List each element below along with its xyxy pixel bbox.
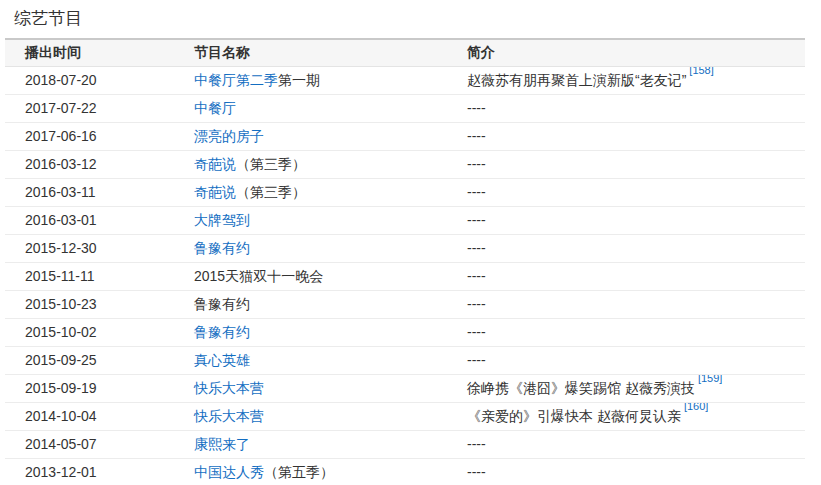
program-link[interactable]: 大牌驾到 — [194, 212, 250, 228]
program-link[interactable]: 漂亮的房子 — [194, 128, 264, 144]
intro-text: ---- — [467, 436, 486, 452]
program-name-cell: 快乐大本营 — [174, 375, 447, 403]
program-name-cell: 中国达人秀（第五季） — [174, 459, 447, 485]
intro-cell: ---- — [447, 123, 805, 151]
air-date: 2015-09-25 — [5, 347, 174, 375]
program-name-cell: 中餐厅第二季第一期 — [174, 67, 447, 95]
table-row: 2015-10-02 鲁豫有约 ---- — [5, 319, 805, 347]
intro-cell: ---- — [447, 151, 805, 179]
program-link[interactable]: 鲁豫有约 — [194, 240, 250, 256]
table-row: 2014-10-04 快乐大本营 《亲爱的》引爆快本 赵薇何炅认亲[160] — [5, 403, 805, 431]
air-date: 2015-11-11 — [5, 263, 174, 291]
program-name-cell: 漂亮的房子 — [174, 123, 447, 151]
table-row: 2015-12-30 鲁豫有约 ---- — [5, 235, 805, 263]
intro-cell: ---- — [447, 347, 805, 375]
air-date: 2015-12-30 — [5, 235, 174, 263]
air-date: 2016-03-11 — [5, 179, 174, 207]
intro-cell: ---- — [447, 459, 805, 485]
program-name-rest: 2015天猫双十一晚会 — [194, 268, 323, 284]
program-link[interactable]: 中餐厅第二季 — [194, 72, 278, 88]
program-name-cell: 康熙来了 — [174, 431, 447, 459]
program-name-cell: 快乐大本营 — [174, 403, 447, 431]
program-name-cell: 大牌驾到 — [174, 207, 447, 235]
program-link[interactable]: 鲁豫有约 — [194, 324, 250, 340]
program-name-cell: 真心英雄 — [174, 347, 447, 375]
intro-cell: ---- — [447, 179, 805, 207]
program-name-cell: 鲁豫有约 — [174, 319, 447, 347]
table-row: 2016-03-01 大牌驾到 ---- — [5, 207, 805, 235]
intro-cell: ---- — [447, 319, 805, 347]
reference-link[interactable]: [159] — [698, 375, 722, 385]
program-link[interactable]: 真心英雄 — [194, 352, 250, 368]
program-name-cell: 中餐厅 — [174, 95, 447, 123]
intro-text: ---- — [467, 240, 486, 256]
program-link[interactable]: 康熙来了 — [194, 436, 250, 452]
intro-text: ---- — [467, 212, 486, 228]
program-name-cell: 鲁豫有约 — [174, 235, 447, 263]
program-link[interactable]: 中餐厅 — [194, 100, 236, 116]
intro-text: ---- — [467, 352, 486, 368]
table-row: 2017-06-16 漂亮的房子 ---- — [5, 123, 805, 151]
intro-text: ---- — [467, 464, 486, 480]
intro-cell: 徐峥携《港囧》爆笑踢馆 赵薇秀演技[159] — [447, 375, 805, 403]
intro-cell: ---- — [447, 95, 805, 123]
table-row: 2016-03-12 奇葩说（第三季） ---- — [5, 151, 805, 179]
table-row: 2015-09-19 快乐大本营 徐峥携《港囧》爆笑踢馆 赵薇秀演技[159] — [5, 375, 805, 403]
air-date: 2017-07-22 — [5, 95, 174, 123]
reference-link[interactable]: [160] — [684, 403, 708, 413]
program-name-cell: 2015天猫双十一晚会 — [174, 263, 447, 291]
header-air-date: 播出时间 — [5, 39, 174, 67]
program-link[interactable]: 快乐大本营 — [194, 408, 264, 424]
intro-text: 《亲爱的》引爆快本 赵薇何炅认亲 — [467, 408, 681, 424]
variety-shows-table: 播出时间 节目名称 简介 2018-07-20 中餐厅第二季第一期 赵薇苏有朋再… — [5, 38, 805, 485]
air-date: 2017-06-16 — [5, 123, 174, 151]
intro-text: ---- — [467, 268, 486, 284]
intro-text: 赵薇苏有朋再聚首上演新版“老友记” — [467, 72, 686, 88]
intro-cell: ---- — [447, 235, 805, 263]
table-row: 2016-03-11 奇葩说（第三季） ---- — [5, 179, 805, 207]
intro-text: ---- — [467, 296, 486, 312]
air-date: 2016-03-12 — [5, 151, 174, 179]
table-row: 2018-07-20 中餐厅第二季第一期 赵薇苏有朋再聚首上演新版“老友记”[1… — [5, 67, 805, 95]
table-header-row: 播出时间 节目名称 简介 — [5, 39, 805, 67]
program-name-rest: （第三季） — [236, 184, 306, 200]
program-name-rest: 第一期 — [278, 72, 320, 88]
table-row: 2017-07-22 中餐厅 ---- — [5, 95, 805, 123]
air-date: 2014-10-04 — [5, 403, 174, 431]
intro-cell: ---- — [447, 431, 805, 459]
program-link[interactable]: 中国达人秀 — [194, 464, 264, 480]
intro-cell: ---- — [447, 263, 805, 291]
intro-text: 徐峥携《港囧》爆笑踢馆 赵薇秀演技 — [467, 380, 695, 396]
program-link[interactable]: 奇葩说 — [194, 156, 236, 172]
intro-cell: ---- — [447, 291, 805, 319]
program-name-rest: 鲁豫有约 — [194, 296, 250, 312]
intro-text: ---- — [467, 156, 486, 172]
program-name-cell: 鲁豫有约 — [174, 291, 447, 319]
program-name-cell: 奇葩说（第三季） — [174, 151, 447, 179]
air-date: 2014-05-07 — [5, 431, 174, 459]
program-name-rest: （第五季） — [264, 464, 334, 480]
table-row: 2015-10-23 鲁豫有约 ---- — [5, 291, 805, 319]
header-intro: 简介 — [447, 39, 805, 67]
intro-cell: 赵薇苏有朋再聚首上演新版“老友记”[158] — [447, 67, 805, 95]
program-name-rest: （第三季） — [236, 156, 306, 172]
intro-text: ---- — [467, 128, 486, 144]
section-title: 综艺节目 — [14, 9, 821, 29]
intro-text: ---- — [467, 100, 486, 116]
table-row: 2015-09-25 真心英雄 ---- — [5, 347, 805, 375]
table-row: 2015-11-11 2015天猫双十一晚会 ---- — [5, 263, 805, 291]
program-link[interactable]: 奇葩说 — [194, 184, 236, 200]
intro-text: ---- — [467, 324, 486, 340]
air-date: 2016-03-01 — [5, 207, 174, 235]
table-row: 2014-05-07 康熙来了 ---- — [5, 431, 805, 459]
intro-text: ---- — [467, 184, 486, 200]
air-date: 2018-07-20 — [5, 67, 174, 95]
air-date: 2015-09-19 — [5, 375, 174, 403]
air-date: 2015-10-02 — [5, 319, 174, 347]
program-link[interactable]: 快乐大本营 — [194, 380, 264, 396]
program-name-cell: 奇葩说（第三季） — [174, 179, 447, 207]
header-program-name: 节目名称 — [174, 39, 447, 67]
intro-cell: ---- — [447, 207, 805, 235]
air-date: 2015-10-23 — [5, 291, 174, 319]
reference-link[interactable]: [158] — [689, 67, 713, 77]
